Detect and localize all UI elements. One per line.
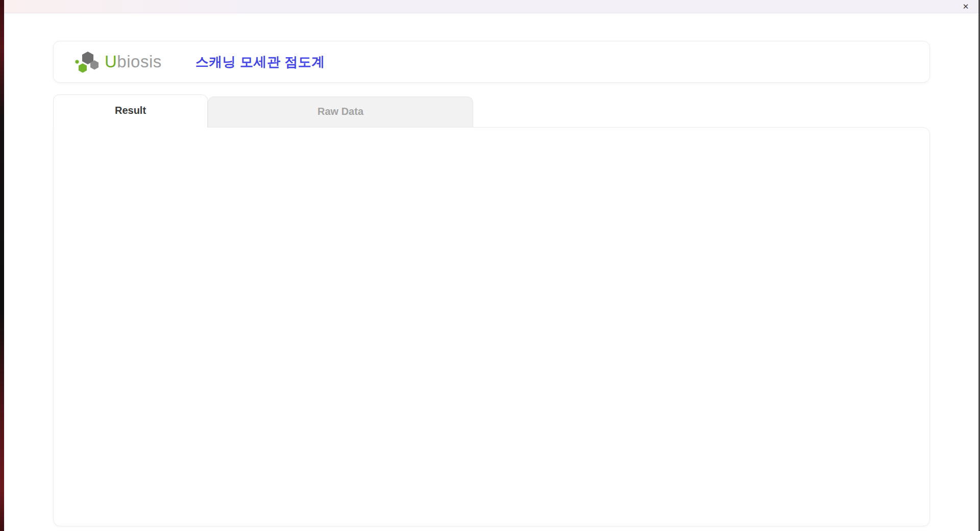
brand: Ubiosis <box>75 50 162 74</box>
window-titlebar: ✕ <box>0 0 980 13</box>
page-title: 스캐닝 모세관 점도계 <box>195 53 325 71</box>
brand-rest: biosis <box>117 52 161 71</box>
tab-result[interactable]: Result <box>53 94 208 128</box>
header-card: Ubiosis 스캐닝 모세관 점도계 <box>53 41 930 83</box>
close-icon[interactable]: ✕ <box>961 2 971 12</box>
result-tab-panel <box>53 127 930 526</box>
ubiosis-logo-icon <box>75 50 100 74</box>
brand-text: Ubiosis <box>105 52 162 71</box>
tab-raw-data[interactable]: Raw Data <box>208 96 473 127</box>
brand-u: U <box>105 52 117 71</box>
left-window-edge <box>0 0 4 531</box>
